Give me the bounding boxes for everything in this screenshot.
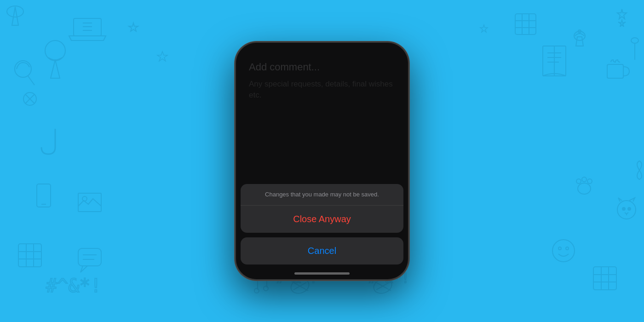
svg-point-15 bbox=[82, 196, 87, 201]
svg-rect-12 bbox=[37, 184, 51, 207]
svg-point-51 bbox=[576, 179, 581, 184]
svg-point-30 bbox=[558, 247, 561, 250]
phone-screen: Add comment... Any special requests, det… bbox=[236, 43, 408, 279]
svg-point-29 bbox=[552, 240, 575, 262]
svg-point-53 bbox=[587, 179, 592, 184]
action-sheet: Changes that you made may not be saved. … bbox=[236, 184, 408, 279]
home-indicator bbox=[294, 272, 350, 275]
action-sheet-message: Changes that you made may not be saved. bbox=[241, 184, 403, 206]
svg-point-39 bbox=[254, 288, 259, 293]
svg-point-0 bbox=[45, 40, 65, 61]
cancel-button[interactable]: Cancel bbox=[241, 237, 403, 264]
svg-point-33 bbox=[622, 207, 625, 210]
svg-rect-5 bbox=[607, 64, 623, 78]
volume-down-button bbox=[235, 144, 236, 174]
volume-silent-button bbox=[235, 89, 236, 104]
action-sheet-group: Changes that you made may not be saved. … bbox=[241, 184, 403, 233]
svg-point-34 bbox=[628, 207, 631, 210]
svg-point-52 bbox=[582, 177, 586, 182]
svg-point-32 bbox=[617, 201, 636, 219]
volume-up-button bbox=[235, 109, 236, 140]
svg-point-50 bbox=[578, 183, 591, 194]
svg-point-40 bbox=[264, 286, 268, 291]
svg-rect-54 bbox=[515, 14, 536, 34]
svg-point-31 bbox=[566, 247, 569, 250]
svg-rect-21 bbox=[78, 248, 101, 266]
close-anyway-button[interactable]: Close Anyway bbox=[241, 206, 403, 233]
svg-point-6 bbox=[631, 38, 638, 43]
svg-rect-24 bbox=[593, 267, 616, 290]
power-button bbox=[408, 112, 409, 152]
svg-rect-16 bbox=[18, 244, 41, 267]
svg-line-37 bbox=[28, 75, 34, 85]
phone-wrapper: Add comment... Any special requests, det… bbox=[235, 41, 409, 281]
svg-text:#^&*!: #^&*! bbox=[46, 275, 101, 296]
phone-frame: Add comment... Any special requests, det… bbox=[235, 41, 409, 281]
svg-point-36 bbox=[15, 61, 31, 77]
